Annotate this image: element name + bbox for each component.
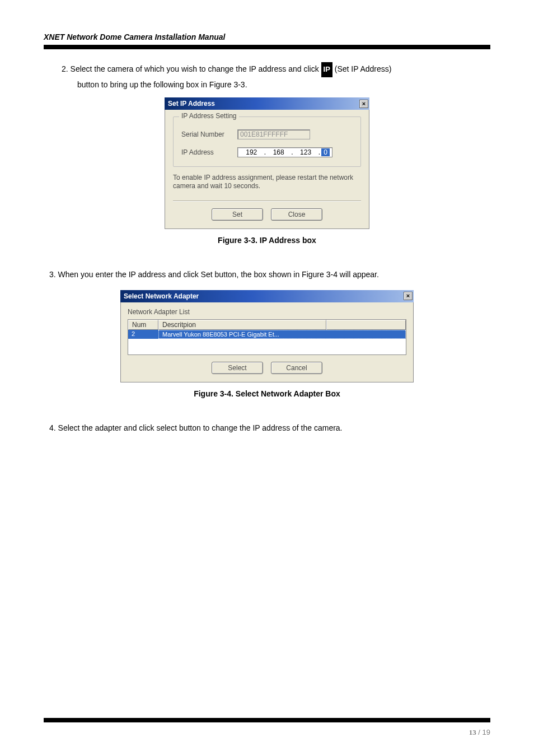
col-num[interactable]: Num [128,320,158,330]
step2-line2: button to bring up the following box in … [77,77,490,92]
figure-3-4-caption: Figure 3-4. Select Network Adapter Box [44,389,490,398]
select-button[interactable]: Select [212,362,263,374]
ip-seg3: 123 [294,148,317,156]
step2-text-a: 2. Select the camera of which you wish t… [62,64,321,73]
ip-seg4: 0 [321,148,330,156]
set-button[interactable]: Set [212,208,263,221]
list-row[interactable]: 2 Marvell Yukon 88E8053 PCI-E Gigabit Et… [128,330,406,339]
dialog2-title: Select Network Adapter [124,292,199,300]
step2-text-b: (Set IP Address) [335,64,392,73]
serial-label: Serial Number [181,130,237,138]
dialog1-buttons: Set Close [173,208,361,221]
dialog2-titlebar: Select Network Adapter × [120,290,414,302]
adapter-list-label: Network Adapter List [128,308,406,316]
serial-input [237,129,310,139]
total-pages: 19 [483,728,490,736]
dialog2-buttons: Select Cancel [128,362,406,374]
select-adapter-dialog: Select Network Adapter × Network Adapter… [120,290,414,382]
figure-3-3-caption: Figure 3-3. IP Address box [44,236,490,245]
ip-dot: . [317,148,321,156]
hint-text: To enable IP address assignment, please … [173,174,361,190]
dialog2-body: Network Adapter List Num Descritpion 2 M… [120,302,414,382]
step2-line1: 2. Select the camera of which you wish t… [62,62,490,77]
ip-seg1: 192 [240,148,263,156]
dialog1-titlebar: Set IP Address × [165,97,369,110]
ip-setting-group: IP Address Setting Serial Number IP Addr… [173,116,361,167]
close-icon[interactable]: × [404,292,413,300]
ip-dot: . [263,148,267,156]
adapter-list[interactable]: Num Descritpion 2 Marvell Yukon 88E8053 … [128,319,406,355]
footer-rule [44,718,490,722]
col-rest [326,320,406,330]
ip-row: IP Address 192 . 168 . 123 . 0 [181,147,353,157]
ip-label: IP Address [181,148,237,156]
row-desc: Marvell Yukon 88E8053 PCI-E Gigabit Et..… [158,330,406,339]
serial-row: Serial Number [181,129,353,139]
ip-seg2: 168 [267,148,289,156]
list-header: Num Descritpion [128,320,406,330]
page-number: 13 / 19 [469,728,490,737]
page-sep: / [476,728,483,736]
col-desc[interactable]: Descritpion [158,320,326,330]
step3-text: 3. When you enter the IP address and cli… [49,267,490,282]
dialog1-body: IP Address Setting Serial Number IP Addr… [165,110,369,229]
ip-dot: . [290,148,294,156]
header-rule [44,45,490,49]
ip-icon: IP [321,62,332,77]
cancel-button[interactable]: Cancel [271,362,322,374]
ip-input[interactable]: 192 . 168 . 123 . 0 [237,147,332,157]
set-ip-dialog: Set IP Address × IP Address Setting Seri… [165,97,369,229]
close-button[interactable]: Close [271,208,322,221]
dialog1-title: Set IP Address [168,100,215,108]
divider [173,200,361,202]
doc-title: XNET Network Dome Camera Installation Ma… [44,32,490,41]
step4-text: 4. Select the adapter and click select b… [49,421,490,436]
group-legend: IP Address Setting [179,112,239,120]
row-num: 2 [128,330,158,339]
close-icon[interactable]: × [359,100,368,108]
current-page: 13 [469,728,476,736]
